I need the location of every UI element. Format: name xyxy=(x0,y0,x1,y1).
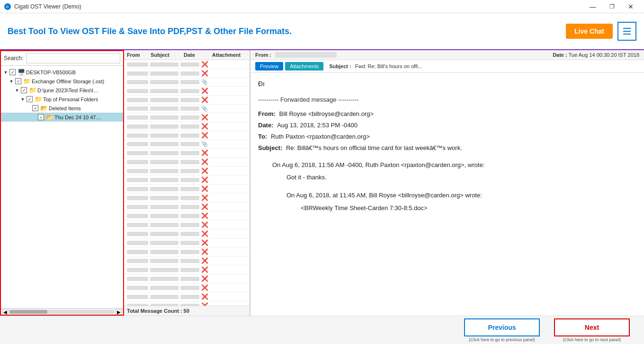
email-toolbar: Preview Attachments Subject : Fwd: Re: B… xyxy=(250,60,644,73)
attachment-icon: ❌ xyxy=(201,203,208,210)
horizontal-scrollbar[interactable]: ◀ ▶ xyxy=(1,308,123,315)
email-fwd-to: To: Ruth Paxton <rpaxton@carden.org> xyxy=(258,132,636,142)
maximize-button[interactable]: ❐ xyxy=(602,0,621,13)
message-list[interactable]: ❌ ❌ 📎 ❌ ❌ 📎 ❌ ❌ ❌ 📎 ❌ ❌ ❌ ❌ ❌ ❌ ❌ ❌ ❌ ❌ xyxy=(124,60,250,306)
expander-icon: ▼ xyxy=(20,97,26,102)
expander-icon xyxy=(31,115,37,120)
message-row[interactable]: ❌ xyxy=(124,212,250,221)
message-row[interactable]: ❌ xyxy=(124,113,250,122)
next-nav-wrap: Next (Click here to go to next panel) xyxy=(554,318,630,342)
app-icon: C xyxy=(4,3,11,10)
search-input[interactable] xyxy=(26,53,120,63)
checkbox-deleted[interactable] xyxy=(32,105,38,111)
checkbox-thu[interactable] xyxy=(38,114,44,120)
live-chat-button[interactable]: Live Chat xyxy=(566,24,613,39)
checkbox-desktop[interactable] xyxy=(9,69,16,75)
attachment-icon: ❌ xyxy=(201,123,208,130)
tree-item-desktop[interactable]: ▼ 🖥️ DESKTOP-VB500GB xyxy=(1,68,123,77)
attachment-icon: ❌ xyxy=(201,176,208,183)
title-bar: C Cigati OST Viewer (Demo) — ❐ ✕ xyxy=(0,0,644,13)
attachment-icon: ❌ xyxy=(201,150,208,156)
column-headers: From Subject Date Attachment xyxy=(124,50,250,60)
attachment-icon: ❌ xyxy=(201,194,208,201)
message-row[interactable]: ❌ xyxy=(124,247,250,256)
attachment-clip-icon: 📎 xyxy=(201,106,208,112)
message-row[interactable]: 📎 xyxy=(124,105,250,113)
fwd-to-value: Ruth Paxton <rpaxton@carden.org> xyxy=(271,133,370,140)
menu-button[interactable] xyxy=(617,22,636,41)
message-row[interactable]: ❌ xyxy=(124,131,250,140)
previous-button[interactable]: Previous xyxy=(464,318,540,336)
tree-item-label: Exchange Offline Storage (.ost) xyxy=(32,79,104,84)
message-list-panel: From Subject Date Attachment ❌ ❌ 📎 ❌ ❌ 📎… xyxy=(124,50,250,316)
close-button[interactable]: ✕ xyxy=(621,0,640,13)
message-row[interactable]: ❌ xyxy=(124,274,250,283)
message-row[interactable]: ❌ xyxy=(124,221,250,229)
message-row[interactable]: ❌ xyxy=(124,229,250,238)
checkbox-djune[interactable] xyxy=(21,87,27,93)
app-headline: Best Tool To View OST File & Save Into P… xyxy=(8,26,566,36)
tree-item-label: D:\june 2023\Test Files\INB xyxy=(37,88,99,93)
minimize-button[interactable]: — xyxy=(583,0,602,13)
folder-icon: 📂 xyxy=(40,105,48,112)
tree-item-thu[interactable]: 📂 Thu Dec 24 10 47 56 P xyxy=(1,113,123,122)
scroll-thumb[interactable] xyxy=(9,310,47,314)
preview-button[interactable]: Preview xyxy=(255,62,283,71)
checkbox-exchange[interactable] xyxy=(15,78,21,84)
col-date: Date xyxy=(184,52,207,58)
message-row[interactable]: ❌ xyxy=(124,292,250,301)
message-row[interactable]: ❌ xyxy=(124,96,250,105)
message-row[interactable]: ❌ xyxy=(124,185,250,194)
attachment-icon: ❌ xyxy=(201,266,208,273)
tree-item-personal[interactable]: ▼ 📁 Top of Personal Folders xyxy=(1,95,123,104)
message-row[interactable]: 📎 xyxy=(124,140,250,149)
email-fwd-divider: ---------- Forwarded message ---------- xyxy=(258,95,636,105)
message-row[interactable]: ❌ xyxy=(124,87,250,96)
message-row[interactable]: ❌ xyxy=(124,167,250,176)
scroll-right-button[interactable]: ▶ xyxy=(116,309,122,315)
attachment-icon: ❌ xyxy=(201,293,208,300)
message-row[interactable]: ❌ xyxy=(124,283,250,292)
attachments-button[interactable]: Attachments xyxy=(285,62,323,71)
email-body: Ðı ---------- Forwarded message --------… xyxy=(250,73,644,316)
previous-hint: (Click here to go to previous panel) xyxy=(469,337,535,342)
computer-icon: 🖥️ xyxy=(18,69,25,76)
message-row[interactable]: ❌ xyxy=(124,301,250,306)
quote2-body: <BRWeekly Time Sheet-Carden 7:30-8:5.doc… xyxy=(301,203,636,213)
message-row[interactable]: ❌ xyxy=(124,256,250,265)
attachment-icon: ❌ xyxy=(201,275,208,282)
search-bar: Search: xyxy=(1,51,123,66)
scroll-left-button[interactable]: ◀ xyxy=(2,309,9,315)
message-row[interactable]: ❌ xyxy=(124,265,250,274)
fwd-date-value: Aug 13, 2018, 2:53 PM -0400 xyxy=(277,122,358,129)
tree-item-deleted[interactable]: 📂 Deleted Items xyxy=(1,104,123,113)
window-controls: — ❐ ✕ xyxy=(583,0,640,13)
message-row[interactable]: 📎 xyxy=(124,78,250,87)
message-row[interactable]: ❌ xyxy=(124,238,250,247)
email-fwd-subject: Subject: Re: Billâ€™s hours on official … xyxy=(258,143,636,153)
quote2-intro: On Aug 6, 2018, at 11:45 AM, Bill Royse … xyxy=(286,190,636,201)
attachment-icon: ❌ xyxy=(201,168,208,174)
message-row[interactable]: ❌ xyxy=(124,158,250,167)
quote1-body: Got it - thanks. xyxy=(286,172,636,183)
tree-item-label: Deleted Items xyxy=(49,106,81,111)
tree-item-exchange[interactable]: ▼ 📁 Exchange Offline Storage (.ost) xyxy=(1,77,123,86)
next-hint: (Click here to go to next panel) xyxy=(563,337,621,342)
main-content: Search: ▼ 🖥️ DESKTOP-VB500GB ▼ 📁 Exchang… xyxy=(0,50,644,316)
next-button[interactable]: Next xyxy=(554,318,630,336)
tree-item-djune[interactable]: ▼ 📁 D:\june 2023\Test Files\INB xyxy=(1,86,123,95)
expander-icon xyxy=(26,106,31,111)
attachment-icon: ❌ xyxy=(201,159,208,165)
attachment-icon: ❌ xyxy=(201,114,208,121)
tree-item-label: DESKTOP-VB500GB xyxy=(26,70,76,75)
checkbox-personal[interactable] xyxy=(27,96,33,102)
from-label: From : xyxy=(255,52,271,58)
message-row[interactable]: ❌ xyxy=(124,122,250,131)
message-row[interactable]: ❌ xyxy=(124,69,250,78)
message-row[interactable]: ❌ xyxy=(124,194,250,203)
message-row[interactable]: ❌ xyxy=(124,149,250,158)
message-row[interactable]: ❌ xyxy=(124,60,250,69)
message-row[interactable]: ❌ xyxy=(124,203,250,212)
message-row[interactable]: ❌ xyxy=(124,176,250,185)
expander-icon: ▼ xyxy=(3,70,9,75)
